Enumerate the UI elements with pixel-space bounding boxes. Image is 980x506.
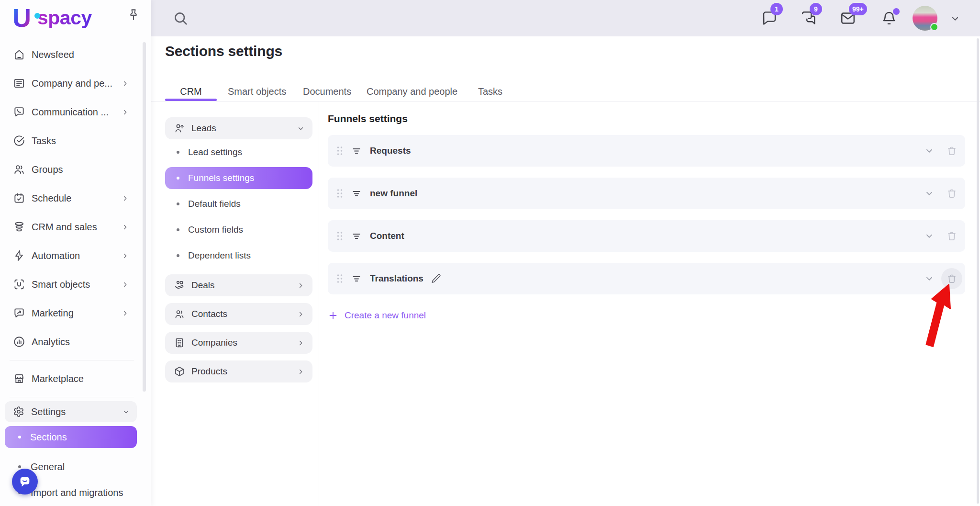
tab-company-and-people[interactable]: Company and people [367, 81, 457, 101]
expand-funnel-button[interactable] [924, 188, 935, 199]
chevron-right-icon [297, 281, 305, 290]
sidebar-item-tasks[interactable]: Tasks [0, 126, 144, 155]
chevron-right-icon [297, 368, 305, 376]
chat-bubble-icon [18, 475, 32, 488]
delete-funnel-button[interactable] [941, 225, 962, 247]
crm-icon [13, 221, 25, 233]
crm-nav-item-default-fields[interactable]: Default fields [165, 191, 312, 217]
chats-button[interactable]: 9 [800, 10, 817, 27]
home-icon [13, 48, 25, 61]
funnels-list: Requests new funnel [328, 135, 965, 305]
sidebar-item-groups[interactable]: Groups [0, 155, 144, 184]
tasks-icon [13, 135, 25, 147]
marketing-icon [13, 307, 25, 319]
sidebar-nav: Newsfeed Company and pe... Communication… [0, 40, 144, 506]
drag-handle-icon[interactable] [336, 274, 343, 283]
chevron-right-icon [121, 108, 129, 116]
inbox-button[interactable]: 99+ [839, 10, 857, 27]
crm-nav-group-contacts[interactable]: Contacts [165, 303, 312, 325]
avatar[interactable] [913, 6, 937, 31]
divider [10, 360, 134, 360]
chevron-right-icon [121, 194, 129, 202]
schedule-icon [13, 192, 25, 204]
crm-nav-item-dependent-lists[interactable]: Dependent lists [165, 243, 312, 269]
smart-objects-icon [13, 278, 25, 291]
chevron-down-icon [122, 408, 130, 416]
crm-nav-group-companies[interactable]: Companies [165, 332, 312, 354]
chevron-right-icon [297, 310, 305, 318]
search-icon [172, 10, 189, 27]
logo-dot [34, 13, 40, 19]
funnel-row-requests: Requests [328, 135, 965, 167]
sidebar-item-automation[interactable]: Automation [0, 241, 144, 270]
page-scrollbar[interactable] [977, 38, 979, 504]
tab-tasks[interactable]: Tasks [478, 81, 502, 101]
bullet-dot [177, 202, 179, 205]
tab-smart-objects[interactable]: Smart objects [228, 81, 286, 101]
chevron-right-icon [121, 309, 129, 317]
sidebar-item-communication[interactable]: Communication ... [0, 98, 144, 126]
bullet-dot [18, 436, 21, 439]
chevron-right-icon [297, 339, 305, 347]
chevron-right-icon [121, 281, 129, 289]
crm-nav-item-lead-settings[interactable]: Lead settings [165, 139, 312, 165]
funnel-icon [351, 273, 362, 284]
funnel-icon [351, 230, 362, 242]
crm-nav-item-custom-fields[interactable]: Custom fields [165, 217, 312, 243]
support-chat-button[interactable] [12, 469, 38, 495]
sidebar-item-marketplace[interactable]: Marketplace [0, 364, 144, 393]
divider [10, 397, 134, 397]
sidebar-item-crm-and-sales[interactable]: CRM and sales [0, 213, 144, 241]
tabs-divider [151, 101, 980, 101]
crm-nav-group-deals[interactable]: Deals [165, 274, 312, 296]
products-icon [174, 366, 185, 377]
sidebar-item-settings[interactable]: Settings [5, 401, 137, 422]
funnel-row-new-funnel: new funnel [328, 178, 965, 209]
messenger-badge: 1 [770, 3, 783, 15]
sidebar-item-schedule[interactable]: Schedule [0, 184, 144, 213]
sidebar-item-smart-objects[interactable]: Smart objects [0, 270, 144, 299]
sidebar: U spacy Newsfeed Company [0, 0, 151, 506]
logo-letter-u: U [12, 4, 31, 32]
pin-sidebar-button[interactable] [126, 8, 141, 22]
sidebar-item-company-and-people[interactable]: Company and pe... [0, 69, 144, 98]
notifications-button[interactable] [880, 10, 898, 27]
sidebar-item-sections[interactable]: Sections [5, 426, 137, 448]
bullet-dot [18, 465, 21, 468]
sidebar-item-newsfeed[interactable]: Newsfeed [0, 40, 144, 69]
sidebar-item-marketing[interactable]: Marketing [0, 299, 144, 327]
crm-settings-nav: Leads Lead settings Funnels settings Def… [165, 117, 312, 382]
plus-icon [328, 310, 338, 321]
tab-documents[interactable]: Documents [303, 81, 351, 101]
delete-funnel-button[interactable] [941, 140, 962, 161]
profile-menu-button[interactable] [950, 13, 960, 24]
delete-funnel-button[interactable] [941, 183, 962, 204]
funnels-settings-heading: Funnels settings [328, 113, 408, 124]
edit-funnel-button[interactable] [430, 273, 442, 284]
sidebar-item-analytics[interactable]: Analytics [0, 327, 144, 356]
drag-handle-icon[interactable] [336, 146, 343, 156]
online-status-dot [930, 23, 938, 31]
crm-nav-group-products[interactable]: Products [165, 360, 312, 382]
chevron-right-icon [121, 223, 129, 231]
expand-funnel-button[interactable] [924, 231, 935, 241]
chevron-right-icon [121, 252, 129, 260]
crm-nav-item-funnels-settings[interactable]: Funnels settings [165, 167, 312, 189]
drag-handle-icon[interactable] [336, 231, 343, 241]
annotation-arrow [919, 281, 957, 349]
trash-icon [946, 188, 958, 199]
companies-icon [174, 337, 185, 349]
communication-icon [13, 106, 25, 118]
search-button[interactable] [172, 10, 189, 26]
uspacy-logo[interactable]: U spacy [12, 4, 92, 33]
create-new-funnel-button[interactable]: Create a new funnel [328, 305, 426, 326]
funnel-icon [351, 188, 362, 199]
crm-nav-group-leads[interactable]: Leads [165, 117, 312, 139]
groups-icon [13, 163, 25, 176]
trash-icon [946, 145, 958, 157]
chevron-down-icon [950, 13, 960, 24]
messenger-button[interactable]: 1 [761, 10, 778, 27]
sidebar-scrollbar[interactable] [143, 42, 146, 392]
expand-funnel-button[interactable] [924, 146, 935, 156]
drag-handle-icon[interactable] [336, 189, 343, 198]
